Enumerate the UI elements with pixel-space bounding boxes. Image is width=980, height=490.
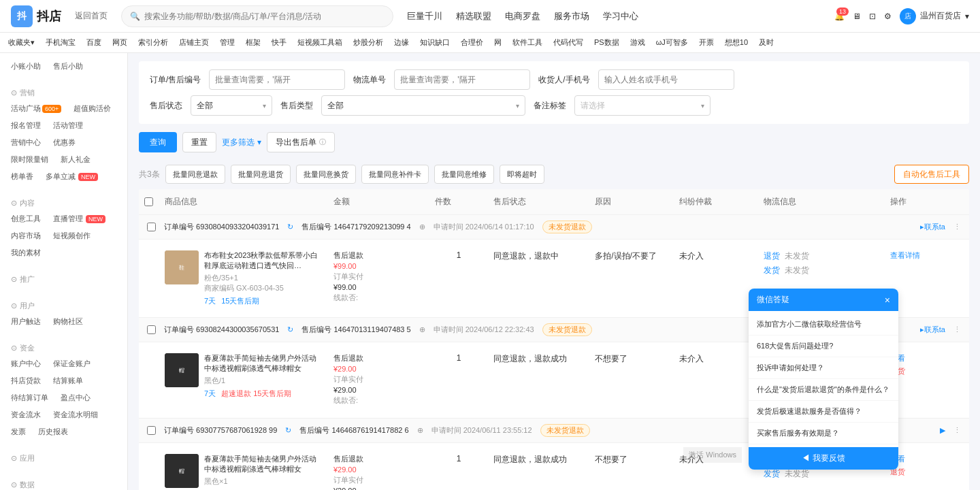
sidebar-item-marketing-7[interactable]: 新人礼金 (55, 152, 96, 167)
contact-link-1[interactable]: ▸联系ta (920, 325, 945, 335)
filter-logistics-input[interactable] (394, 69, 530, 90)
sidebar-item-marketing-5[interactable]: 优惠券 (48, 135, 81, 150)
chat-close-button[interactable]: × (885, 295, 890, 306)
bookmark-15[interactable]: 软件工具 (510, 36, 545, 49)
refresh-icon-0[interactable]: ↻ (287, 223, 293, 231)
sidebar-item-finance-7[interactable]: 资金流水明细 (48, 407, 103, 423)
sidebar-item-finance-9[interactable]: 历史报表 (33, 424, 74, 440)
bookmark-8[interactable]: 快手 (269, 36, 289, 49)
refresh-icon-2[interactable]: ↻ (285, 426, 291, 435)
bookmark-20[interactable]: 开票 (696, 36, 717, 49)
more-icon-1[interactable]: ⋮ (953, 325, 961, 334)
row-checkbox-2[interactable] (147, 426, 156, 435)
more-filters-button[interactable]: 更多筛选 ▾ (222, 137, 261, 148)
product-15day-link-0[interactable]: 15天售后期 (221, 296, 259, 306)
op-link-2b[interactable]: 退货 (890, 467, 964, 477)
sidebar-item-quick-0[interactable]: 小账小助 (5, 59, 46, 74)
bookmark-17[interactable]: PS数据 (591, 36, 622, 49)
copy-icon-0[interactable]: ⊕ (419, 223, 425, 231)
sidebar-item-marketing-1[interactable]: 超值购活价 (68, 101, 116, 116)
batch-op-1[interactable]: 批量同意退货 (231, 165, 291, 184)
chat-item-0[interactable]: 添加官方小二微信获取经营信号 (749, 314, 898, 336)
chat-feedback-button[interactable]: ◀ 我要反馈 (749, 447, 898, 470)
user-menu[interactable]: 店 温州百货店 ▾ (900, 8, 969, 24)
sidebar-item-content-4[interactable]: 我的素材 (5, 245, 46, 261)
bookmark-16[interactable]: 代码代写 (551, 36, 586, 49)
search-button[interactable]: 查询 (139, 132, 177, 152)
sidebar-item-marketing-3[interactable]: 活动管理 (48, 118, 88, 133)
copy-icon-2[interactable]: ⊕ (417, 426, 423, 435)
batch-op-0[interactable]: 批量同意退款 (165, 165, 225, 184)
nav-link-3[interactable]: 服务市场 (554, 10, 589, 22)
row-checkbox-1[interactable] (147, 325, 156, 334)
batch-op-3[interactable]: 批量同意补件卡 (361, 165, 429, 184)
export-button[interactable]: 导出售后单 ⓘ (267, 132, 335, 152)
chat-item-2[interactable]: 投诉申请如何处理？ (749, 357, 898, 379)
filter-remark-select[interactable]: 请选择 ▾ (574, 95, 710, 116)
monitor-icon[interactable]: 🖥 (853, 12, 861, 21)
nav-link-0[interactable]: 巨量千川 (407, 10, 442, 22)
sidebar-item-marketing-2[interactable]: 报名管理 (5, 118, 46, 133)
reset-button[interactable]: 重置 (182, 132, 216, 152)
bookmark-4[interactable]: 索引分析 (135, 36, 171, 49)
sidebar-item-finance-0[interactable]: 账户中心 (5, 356, 46, 372)
batch-op-5[interactable]: 即将超时 (500, 165, 544, 184)
bookmark-6[interactable]: 管理 (217, 36, 238, 49)
bookmark-22[interactable]: 及时 (756, 36, 777, 49)
back-button[interactable]: 返回首页 (75, 10, 108, 22)
sidebar-item-finance-3[interactable]: 结算账单 (48, 373, 88, 389)
contact-link-0[interactable]: ▸联系ta (920, 222, 945, 232)
sidebar-item-finance-4[interactable]: 待结算订单 (5, 390, 54, 406)
settings-icon[interactable]: ⚙ (884, 12, 892, 21)
bookmark-0[interactable]: 收藏夹▾ (5, 36, 37, 49)
refresh-icon-1[interactable]: ↻ (287, 325, 293, 334)
sidebar-item-finance-5[interactable]: 盈点中心 (55, 390, 96, 406)
notification-button[interactable]: 🔔 13 (834, 12, 845, 21)
more-icon-0[interactable]: ⋮ (953, 223, 961, 231)
filter-order-input[interactable] (209, 69, 345, 90)
sidebar-item-marketing-9[interactable]: 多单立减NEW (40, 169, 103, 184)
select-all-checkbox[interactable] (144, 197, 153, 206)
bookmark-21[interactable]: 想想10 (722, 36, 751, 49)
op-link-0[interactable]: 查看详情 (890, 250, 964, 261)
product-7day-link-1[interactable]: 7天 (204, 389, 216, 399)
filter-receiver-input[interactable] (598, 69, 734, 90)
copy-icon-1[interactable]: ⊕ (419, 325, 425, 334)
sidebar-item-content-1[interactable]: 直播管理NEW (48, 211, 111, 227)
sidebar-item-user-1[interactable]: 购物社区 (48, 314, 88, 329)
row-checkbox-0[interactable] (147, 223, 156, 231)
bookmark-13[interactable]: 合理价 (458, 36, 486, 49)
scan-icon[interactable]: ⊡ (869, 12, 876, 21)
sidebar-item-finance-1[interactable]: 保证金账户 (48, 356, 96, 372)
bookmark-5[interactable]: 店铺主页 (176, 36, 212, 49)
product-7day-link-0[interactable]: 7天 (204, 296, 216, 306)
chat-item-5[interactable]: 买家售后服务有效期是？ (749, 423, 898, 444)
sidebar-item-marketing-6[interactable]: 限时限量销 (5, 152, 54, 167)
sidebar-item-content-2[interactable]: 内容市场 (5, 228, 46, 244)
bookmark-11[interactable]: 边缘 (391, 36, 412, 49)
sidebar-item-finance-6[interactable]: 资金流水 (5, 407, 46, 423)
sidebar-item-content-0[interactable]: 创意工具 (5, 211, 46, 227)
bookmark-9[interactable]: 短视频工具箱 (295, 36, 345, 49)
bookmark-2[interactable]: 百度 (84, 36, 104, 49)
search-input[interactable] (144, 12, 385, 21)
auto-tool-button[interactable]: 自动化售后工具 (894, 165, 969, 184)
nav-link-2[interactable]: 电商罗盘 (505, 10, 540, 22)
bookmark-19[interactable]: ωJ可智多 (653, 36, 691, 49)
op-link-2[interactable]: 查看 (890, 454, 964, 464)
more-icon-2[interactable]: ⋮ (953, 426, 961, 435)
bookmark-7[interactable]: 框架 (243, 36, 263, 49)
filter-type-select[interactable]: 全部 ▾ (321, 95, 525, 116)
batch-op-4[interactable]: 批量同意维修 (434, 165, 494, 184)
nav-link-4[interactable]: 学习中心 (603, 10, 638, 22)
chat-item-3[interactable]: 什么是"发货后退款退货"的条件是什么？ (749, 379, 898, 401)
nav-link-1[interactable]: 精选联盟 (456, 10, 491, 22)
bookmark-1[interactable]: 手机淘宝 (43, 36, 78, 49)
sidebar-item-content-3[interactable]: 短视频创作 (48, 228, 96, 244)
op-link-1b[interactable]: 退货 (890, 366, 964, 376)
chat-item-4[interactable]: 发货后极速退款服务是否值得？ (749, 401, 898, 423)
bookmark-14[interactable]: 网 (491, 36, 504, 49)
sidebar-item-quick-1[interactable]: 售后小助 (48, 59, 88, 74)
batch-op-2[interactable]: 批量同意换货 (296, 165, 356, 184)
sidebar-item-marketing-0[interactable]: 活动广场600+ (5, 101, 67, 116)
